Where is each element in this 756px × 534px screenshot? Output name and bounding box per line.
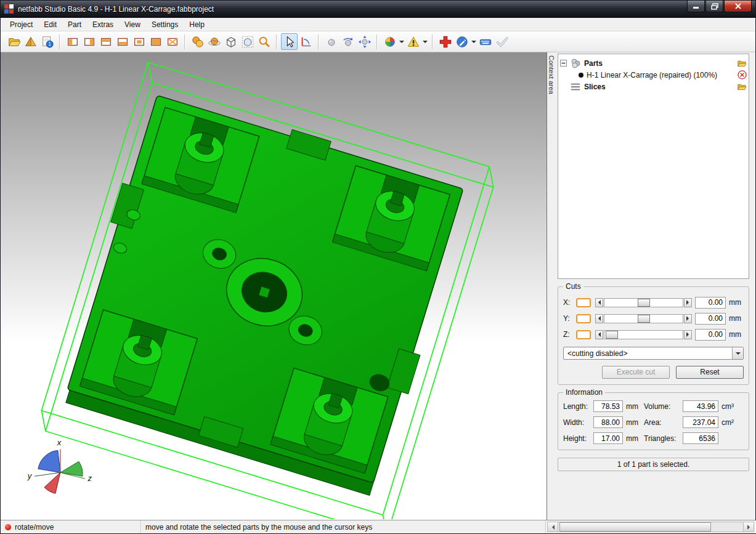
model-scene[interactable]: x y z (1, 52, 547, 519)
area-value[interactable] (683, 416, 718, 428)
platform-view-4-button[interactable] (114, 33, 131, 50)
cut-y-value[interactable] (695, 313, 726, 325)
cut-y-slider[interactable] (595, 314, 692, 323)
platform-view-5-button[interactable] (131, 33, 147, 50)
slider-right-arrow-icon[interactable] (684, 330, 692, 339)
platform-view-2-button[interactable] (81, 33, 97, 50)
fit-view-icon (208, 35, 221, 49)
bounding-box-button[interactable] (239, 33, 256, 50)
record-mode-icon (5, 524, 11, 530)
triangles-value[interactable] (683, 432, 718, 444)
maximize-button[interactable] (705, 1, 723, 12)
menu-extras[interactable]: Extras (87, 18, 119, 31)
cut-z-value[interactable] (695, 329, 726, 341)
menu-view[interactable]: View (119, 18, 146, 31)
menu-edit[interactable]: Edit (38, 18, 62, 31)
tree-row-slices[interactable]: Slices (560, 81, 747, 92)
transform-tool-button[interactable] (298, 33, 314, 50)
cut-y-toggle[interactable] (576, 314, 591, 323)
cut-x-thumb[interactable] (638, 299, 650, 307)
slices-folder-icon[interactable] (737, 83, 747, 91)
cuts-title: Cuts (563, 282, 583, 291)
parts-label[interactable]: Parts (584, 59, 603, 68)
color-view-button[interactable] (381, 33, 398, 50)
project-info-button[interactable]: 1 (39, 33, 55, 50)
execute-cut-button[interactable]: Execute cut (602, 366, 670, 379)
slider-right-arrow-icon[interactable] (684, 298, 692, 307)
repair-button[interactable] (437, 33, 453, 50)
show-parts-button[interactable] (189, 33, 206, 50)
slices-label[interactable]: Slices (584, 83, 606, 91)
fit-view-button[interactable] (206, 33, 222, 50)
cut-z-thumb[interactable] (606, 331, 618, 339)
keyboard-input-button[interactable] (477, 33, 494, 50)
scrollbar-thumb[interactable] (559, 522, 711, 532)
platform-view-3-button[interactable] (97, 33, 114, 50)
menu-settings[interactable]: Settings (146, 18, 184, 31)
parts-folder-icon[interactable] (737, 59, 747, 68)
volume-value[interactable] (683, 400, 718, 412)
platform-view-7-button[interactable] (164, 33, 181, 50)
scroll-right-icon[interactable] (743, 522, 754, 532)
apply-button[interactable] (494, 33, 510, 50)
reset-button[interactable]: Reset (676, 366, 744, 379)
bounding-box-icon (241, 35, 254, 49)
cut-z-label: Z: (563, 330, 573, 339)
zoom-button[interactable] (256, 33, 272, 50)
horizontal-scrollbar[interactable] (547, 522, 754, 532)
edit-part-button[interactable] (453, 33, 470, 50)
close-button[interactable] (724, 1, 752, 12)
cutting-mode-select[interactable]: <cutting disabled> (563, 347, 744, 360)
title-bar[interactable]: netfabb Studio Basic 4.9 - H-1 Linear X-… (1, 1, 755, 18)
tree-row-part[interactable]: H-1 Linear X-Carrage (repaired) (100%) (560, 69, 747, 81)
length-value[interactable] (593, 400, 623, 412)
cut-z-toggle[interactable] (576, 330, 591, 339)
part-visibility-icon[interactable] (579, 73, 583, 78)
collapse-toggle-icon[interactable] (560, 60, 567, 67)
select-tool-button[interactable] (281, 33, 298, 50)
tree-row-parts[interactable]: Parts (560, 57, 747, 69)
edit-part-dropdown[interactable] (470, 33, 477, 50)
part-name[interactable]: H-1 Linear X-Carrage (repaired) (100%) (587, 71, 717, 79)
viewport-3d[interactable]: x y z (1, 52, 547, 520)
status-bar: rotate/move move and rotate the selected… (1, 520, 755, 533)
menu-project[interactable]: Project (4, 18, 38, 31)
cut-z-track[interactable] (604, 330, 683, 339)
minimize-button[interactable] (687, 1, 705, 12)
platform-view-1-button[interactable] (64, 33, 81, 50)
rotate-part-button[interactable] (339, 33, 356, 50)
width-value[interactable] (593, 416, 623, 428)
add-part-button[interactable] (22, 33, 39, 50)
cut-x-toggle[interactable] (576, 298, 591, 307)
slider-left-arrow-icon[interactable] (595, 330, 603, 339)
height-value[interactable] (593, 432, 623, 444)
cut-z-slider[interactable] (595, 330, 692, 339)
menu-part[interactable]: Part (62, 18, 87, 31)
slider-right-arrow-icon[interactable] (684, 314, 692, 323)
color-view-dropdown[interactable] (398, 33, 405, 50)
scale-part-button[interactable] (323, 33, 339, 50)
move-part-button[interactable] (356, 33, 373, 50)
cut-x-value[interactable] (695, 297, 726, 309)
slider-left-arrow-icon[interactable] (595, 298, 603, 307)
selected-part-model[interactable] (36, 62, 499, 519)
platform-view-6-button[interactable] (147, 33, 164, 50)
analysis-button[interactable] (405, 33, 421, 50)
cut-y-track[interactable] (604, 314, 683, 323)
cut-y-thumb[interactable] (638, 315, 650, 323)
volume-label: Volume: (644, 402, 680, 411)
scale-part-icon (325, 35, 338, 49)
open-project-button[interactable] (6, 33, 22, 50)
menu-help[interactable]: Help (184, 18, 210, 31)
context-area-strip: Context area (547, 52, 556, 520)
scrollbar-track[interactable] (558, 522, 743, 532)
analysis-dropdown[interactable] (421, 33, 428, 50)
wireframe-box-button[interactable] (222, 33, 239, 50)
slider-left-arrow-icon[interactable] (595, 314, 603, 323)
cut-x-slider[interactable] (595, 298, 692, 307)
combo-dropdown-icon[interactable] (732, 347, 743, 359)
cut-x-track[interactable] (604, 298, 683, 307)
remove-part-icon[interactable] (738, 70, 747, 79)
app-window: netfabb Studio Basic 4.9 - H-1 Linear X-… (0, 0, 756, 534)
scroll-left-icon[interactable] (548, 522, 558, 532)
